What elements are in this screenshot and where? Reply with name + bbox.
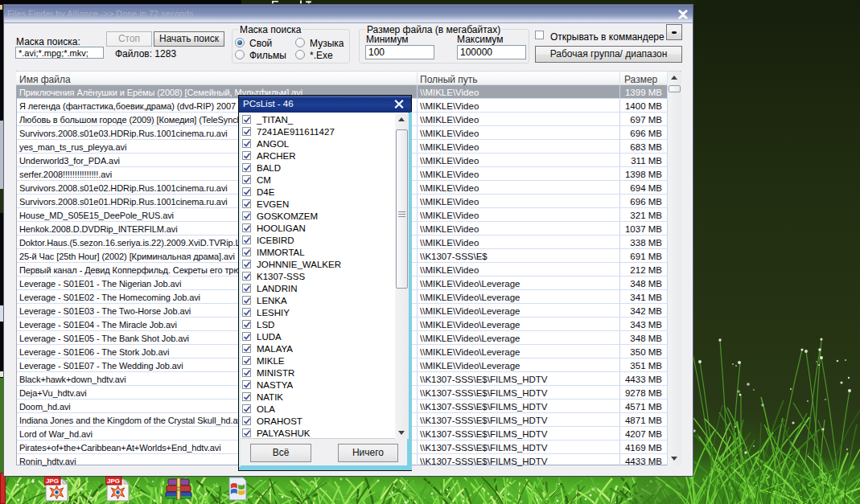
svg-text:JPG: JPG	[46, 477, 59, 485]
svg-text:JPG: JPG	[107, 477, 120, 485]
